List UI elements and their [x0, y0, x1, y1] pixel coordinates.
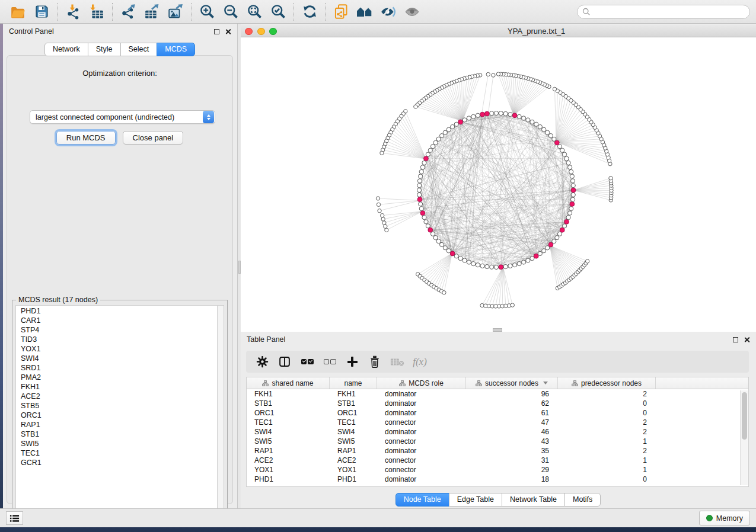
network-node[interactable] [570, 197, 575, 201]
network-node[interactable] [419, 174, 423, 178]
zoom-selected-button[interactable] [266, 2, 290, 22]
network-node[interactable] [571, 188, 576, 193]
import-table-button[interactable] [85, 2, 109, 22]
network-node[interactable] [480, 112, 485, 117]
network-node[interactable] [454, 254, 458, 258]
network-node[interactable] [417, 193, 422, 197]
network-node[interactable] [458, 120, 463, 124]
network-node[interactable] [433, 236, 438, 240]
float-panel-icon[interactable] [214, 29, 219, 34]
close-panel-button[interactable]: Close panel [123, 131, 184, 145]
tab-style[interactable]: Style [88, 43, 121, 56]
zoom-fit-button[interactable] [243, 2, 266, 22]
tab-mcds[interactable]: MCDS [157, 43, 195, 56]
create-column-button[interactable] [341, 353, 363, 371]
network-window-titlebar[interactable]: YPA_prune.txt_1 [241, 25, 756, 37]
column-header-mcds-role[interactable]: MCDS role [377, 377, 466, 389]
mcds-result-item[interactable]: ACE2 [16, 392, 217, 402]
table-row[interactable]: FKH1FKH1dominator962 [247, 389, 748, 399]
network-node[interactable] [467, 260, 471, 264]
mcds-result-item[interactable]: TEC1 [16, 449, 217, 459]
network-node[interactable] [451, 124, 455, 129]
network-node[interactable] [557, 232, 562, 236]
network-node[interactable] [566, 215, 570, 219]
network-node[interactable] [546, 130, 550, 134]
network-node[interactable] [517, 262, 521, 266]
network-node[interactable] [484, 111, 489, 116]
network-node[interactable] [553, 87, 556, 91]
network-node[interactable] [555, 236, 559, 240]
tab-select[interactable]: Select [120, 43, 158, 56]
mcds-result-item[interactable]: ORC1 [16, 411, 217, 421]
network-node[interactable] [436, 239, 441, 243]
network-node[interactable] [426, 224, 430, 228]
column-header-shared-name[interactable]: shared name [247, 377, 330, 389]
network-node[interactable] [503, 264, 508, 268]
network-node[interactable] [417, 179, 422, 183]
first-neighbors-button[interactable] [353, 2, 377, 22]
table-row[interactable]: SWI4SWI4dominator462 [247, 427, 748, 437]
show-panel-list-button[interactable] [6, 511, 23, 525]
mcds-result-item[interactable]: GCR1 [16, 459, 217, 468]
search-input[interactable] [594, 8, 745, 16]
network-node[interactable] [542, 127, 546, 132]
network-node[interactable] [534, 122, 538, 126]
mcds-result-item[interactable]: STB1 [16, 430, 217, 440]
table-row[interactable]: PHD1PHD1dominator180 [247, 475, 748, 484]
save-session-button[interactable] [30, 2, 53, 22]
table-settings-button[interactable] [251, 353, 273, 371]
network-node[interactable] [422, 161, 426, 165]
column-header-name[interactable]: name [330, 377, 377, 389]
network-node[interactable] [494, 265, 498, 269]
network-node[interactable] [569, 207, 573, 211]
network-node[interactable] [568, 211, 572, 215]
mcds-result-item[interactable]: STP4 [16, 326, 217, 335]
zoom-in-button[interactable] [195, 2, 219, 22]
mcds-result-item[interactable]: TID3 [16, 335, 217, 345]
network-node[interactable] [571, 184, 575, 188]
window-close-icon[interactable] [245, 28, 253, 36]
delete-column-button[interactable] [363, 353, 386, 371]
network-node[interactable] [569, 169, 573, 174]
network-node[interactable] [382, 221, 386, 225]
network-node[interactable] [499, 111, 503, 116]
network-node[interactable] [609, 177, 613, 180]
network-node[interactable] [380, 213, 384, 217]
window-zoom-icon[interactable] [269, 28, 277, 36]
mcds-result-item[interactable]: SWI5 [16, 440, 217, 449]
import-network-button[interactable] [61, 2, 85, 22]
network-node[interactable] [471, 262, 476, 266]
network-node[interactable] [490, 111, 494, 116]
network-node[interactable] [439, 242, 444, 246]
table-row[interactable]: RAP1RAP1dominator352 [247, 446, 748, 456]
network-node[interactable] [530, 257, 534, 261]
export-table-button[interactable] [140, 2, 164, 22]
network-node[interactable] [503, 111, 508, 116]
network-node[interactable] [419, 202, 423, 206]
network-node[interactable] [378, 209, 381, 213]
network-node[interactable] [521, 260, 525, 264]
network-node[interactable] [446, 127, 451, 132]
network-node[interactable] [443, 130, 447, 134]
show-column-panel-button[interactable] [273, 353, 296, 371]
zoom-out-button[interactable] [219, 2, 243, 22]
table-row[interactable]: TEC1TEC1connector472 [247, 418, 748, 427]
network-node[interactable] [508, 113, 512, 117]
network-node[interactable] [560, 227, 564, 232]
mcds-result-item[interactable]: FKH1 [16, 383, 217, 392]
network-node[interactable] [485, 264, 489, 268]
tab-network[interactable]: Network [44, 43, 88, 56]
network-node[interactable] [548, 133, 553, 137]
network-node[interactable] [454, 122, 458, 126]
network-node[interactable] [568, 165, 572, 169]
mcds-result-item[interactable]: STB5 [16, 402, 217, 411]
network-node[interactable] [526, 118, 530, 122]
table-scrollbar-thumb[interactable] [742, 392, 747, 440]
hide-selected-button[interactable] [377, 2, 400, 22]
export-image-button[interactable] [164, 2, 187, 22]
network-node[interactable] [420, 165, 425, 169]
network-node[interactable] [419, 169, 423, 174]
network-node[interactable] [376, 197, 379, 200]
network-node[interactable] [385, 228, 388, 232]
float-panel-icon[interactable] [733, 337, 738, 342]
